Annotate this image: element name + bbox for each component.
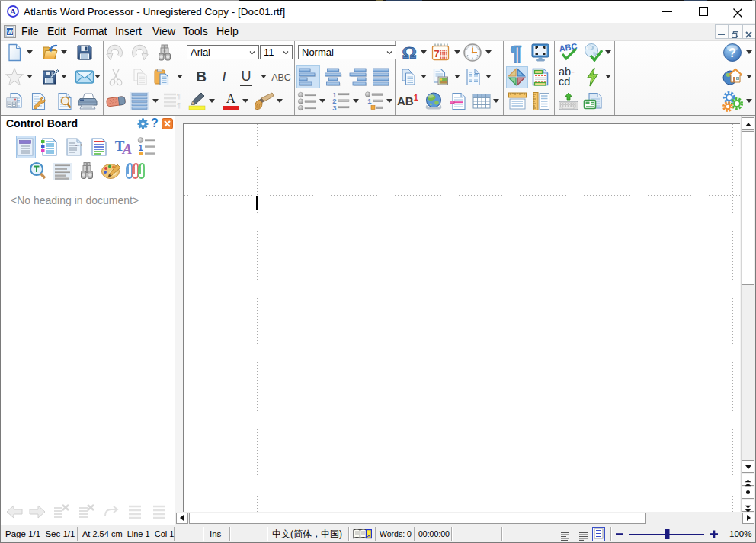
svg-text:?: ? [729, 46, 736, 59]
svg-text:¶: ¶ [177, 101, 181, 109]
svg-text:an. 1: an. 1 [75, 143, 83, 147]
svg-text:¶: ¶ [177, 92, 181, 100]
svg-text:7: 7 [434, 48, 439, 59]
svg-text:3: 3 [332, 104, 336, 112]
svg-text:1: 1 [367, 97, 372, 105]
svg-text:1: 1 [139, 144, 143, 152]
svg-text:A: A [122, 141, 133, 156]
svg-text:Ω: Ω [402, 43, 416, 62]
svg-text:A: A [10, 7, 16, 16]
svg-text:¶: ¶ [510, 42, 522, 63]
